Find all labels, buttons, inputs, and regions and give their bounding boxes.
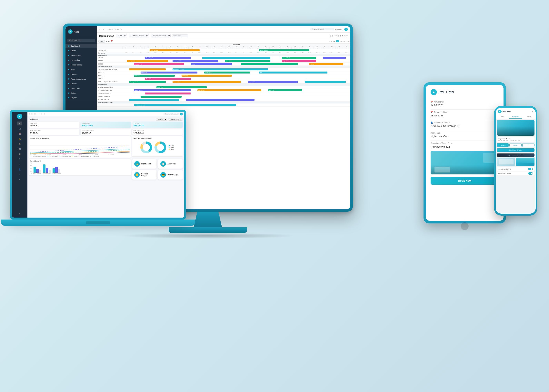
audit-trail-button[interactable]: 📋 Audit Trail: [158, 159, 183, 168]
laptop-trackpad[interactable]: [86, 221, 110, 224]
booking-bar[interactable]: Allen 1236...: [225, 60, 270, 62]
page-size-31[interactable]: 31: [336, 40, 339, 42]
booking-bar[interactable]: [305, 81, 346, 83]
booking-bar[interactable]: [202, 57, 271, 59]
payment-button[interactable]: Payment: [497, 143, 509, 147]
page-size-100[interactable]: 100: [343, 41, 345, 42]
tablet-home-button[interactable]: [461, 222, 469, 230]
phone-tab-present[interactable]: Present (2): [509, 115, 522, 119]
booking-bar[interactable]: Jackson 254.00: [134, 89, 191, 91]
toggle-1[interactable]: [528, 168, 533, 170]
booking-bar[interactable]: [129, 99, 179, 101]
guests-value[interactable]: 2 Adults, 2 Children (2-12): [430, 125, 499, 127]
arrival-value[interactable]: 14.09.2023: [430, 104, 499, 107]
extras-button[interactable]: Extras: [509, 143, 521, 147]
school-holidays-bar[interactable]: School Holidays: [259, 49, 309, 51]
lap-nav-reports[interactable]: 📋: [17, 152, 22, 156]
calendar-icon[interactable]: 📅: [111, 40, 113, 42]
booking-bar[interactable]: Paris 0.00: [134, 75, 175, 77]
booking-bar[interactable]: Paris 0.00: [145, 78, 190, 80]
debtors-ledger-button[interactable]: 📒 Debtors Ledger: [132, 170, 157, 180]
booking-bar[interactable]: Song J 98.00: [248, 81, 298, 83]
booking-bar[interactable]: Room 1325.00: [127, 60, 168, 62]
booking-bar[interactable]: Room 190 25: [268, 89, 302, 91]
user-avatar[interactable]: U: [344, 28, 348, 31]
phone-menu-icon[interactable]: ≡: [532, 111, 533, 113]
lap-nav-housekeeping[interactable]: 🏠: [17, 142, 22, 146]
booking-bar[interactable]: Hardy 0.00: [156, 86, 207, 88]
lap-nav-eom[interactable]: 📊: [17, 147, 22, 151]
lap-nav-setup[interactable]: ⚙: [17, 173, 22, 176]
sidebar-item-sales-lead[interactable]: Sales Lead: [65, 86, 97, 91]
page-size-14[interactable]: 14: [333, 41, 335, 42]
property-filter[interactable]: Rancho Relax: [168, 118, 183, 120]
sidebar-item-asset-maintenance[interactable]: Asset Maintenance: [65, 77, 97, 81]
lap-nav-accounting[interactable]: 💰: [17, 137, 22, 141]
lap-nav-sales[interactable]: 👤: [17, 167, 22, 171]
lap-nav-utilities[interactable]: ⚙: [17, 162, 22, 166]
booking-bar[interactable]: Chen 1225.00: [173, 60, 218, 62]
booking-bar[interactable]: Hew...: [259, 71, 327, 73]
sidebar-item-charts[interactable]: Charts: [65, 49, 97, 53]
phone-tab-past[interactable]: Past: [496, 115, 509, 119]
booking-bar[interactable]: Parley 445.00: [204, 71, 250, 73]
sidebar-item-eom[interactable]: EOM: [65, 67, 97, 72]
page-size-60[interactable]: 60: [340, 41, 342, 42]
lap-nav-reservations[interactable]: 📅: [17, 132, 22, 136]
booking-bar[interactable]: [145, 92, 190, 94]
status-select[interactable]: Reservation Status: [151, 34, 171, 37]
page-size-1[interactable]: 1: [329, 41, 330, 42]
booking-bar[interactable]: Thompson 1625.00: [134, 104, 236, 106]
book-now-button[interactable]: Book Now: [430, 177, 499, 185]
filter-area-input[interactable]: Filter Area...: [172, 34, 188, 37]
toggle-2[interactable]: [528, 172, 533, 175]
booking-bar[interactable]: Budney 400.00: [173, 81, 241, 83]
sidebar-item-housekeeping[interactable]: Housekeeping: [65, 63, 97, 67]
next-btn[interactable]: ▶: [108, 40, 110, 42]
booking-bar[interactable]: Wagner 790.45: [282, 60, 316, 62]
booking-bar[interactable]: breaks 215.00: [282, 57, 316, 59]
booking-bar[interactable]: Place 525.00: [145, 57, 190, 59]
page-size-180[interactable]: 180: [346, 41, 349, 42]
lap-nav-expand[interactable]: ▶: [17, 212, 22, 216]
monitor-menu-search[interactable]: Menu Search...: [67, 39, 95, 42]
booking-bar[interactable]: [129, 68, 166, 70]
financial-filter[interactable]: Financial: [156, 118, 168, 120]
booking-bar[interactable]: Rosemount 1525.00: [173, 68, 268, 70]
lap-reservation-search[interactable]: Reservation Search...: [163, 113, 179, 115]
booking-bar[interactable]: [241, 63, 298, 65]
today-btn[interactable]: Today: [99, 40, 105, 42]
promo-value[interactable]: Rewards #45512: [430, 145, 499, 148]
booking-bar[interactable]: Tottman: [309, 63, 343, 65]
booking-bar[interactable]: [323, 57, 346, 59]
booking-bar[interactable]: [186, 99, 254, 101]
booking-bar[interactable]: Budney 400.00: [129, 81, 166, 83]
phone-tab-future[interactable]: Future: [522, 115, 536, 119]
additionals-value[interactable]: High chair, Cot: [430, 135, 499, 138]
lap-nav-maintenance[interactable]: 🔧: [17, 157, 22, 161]
lap-nav-loyalty[interactable]: ★: [17, 178, 22, 182]
property-select[interactable]: RMSU: [116, 34, 127, 37]
daily-charge-button[interactable]: 💳 Daily Charge: [158, 170, 183, 180]
booking-bar[interactable]: Paris 0.00: [182, 75, 232, 77]
reservation-search[interactable]: Reservation Search...: [310, 28, 334, 30]
prev-btn[interactable]: ◀: [106, 40, 107, 42]
page-size-7[interactable]: 7: [331, 41, 332, 42]
sign-form-button[interactable]: Sign GDMS Declaration Form: [497, 154, 535, 157]
night-audit-button[interactable]: 🌙 Night Audit: [132, 159, 157, 168]
sidebar-item-reservations[interactable]: Reservations: [65, 53, 97, 58]
contactless-checkin-button[interactable]: Contactless Check In: [497, 148, 535, 152]
sidebar-item-reports[interactable]: Reports: [65, 72, 97, 77]
sidebar-item-dashboard[interactable]: Dashboard: [65, 44, 97, 49]
lap-user-avatar[interactable]: U: [180, 113, 183, 115]
lap-nav-charts[interactable]: ◫: [17, 127, 22, 131]
sidebar-item-accounting[interactable]: Accounting: [65, 58, 97, 63]
booking-bar[interactable]: Paris 0.00: [141, 71, 198, 73]
booking-bar[interactable]: Russo: [191, 63, 232, 65]
sidebar-item-loyalty[interactable]: Loyalty: [65, 95, 97, 100]
booking-bar[interactable]: [141, 96, 182, 98]
booking-bar[interactable]: Foster 525.00: [134, 63, 184, 65]
local-festival-bar[interactable]: Local Festival: [150, 49, 200, 51]
departure-value[interactable]: 18.09.2023: [430, 114, 499, 117]
lap-nav-dashboard[interactable]: ⊞: [17, 121, 22, 126]
